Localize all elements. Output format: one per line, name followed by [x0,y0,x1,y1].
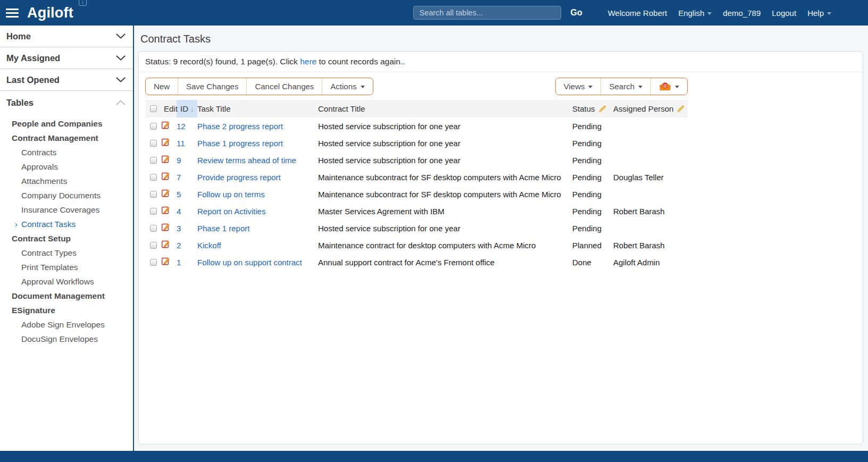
edit-record-icon[interactable] [161,257,170,266]
row-task-title-cell: Phase 2 progress report [197,117,318,135]
sidebar-item-contracts[interactable]: Contracts [0,145,133,159]
record-id-link[interactable]: 11 [177,139,185,148]
record-id-link[interactable]: 4 [177,207,181,216]
sidebar-item-contract-management[interactable]: Contract Management [0,131,133,145]
record-id-link[interactable]: 9 [177,156,181,165]
task-title-link[interactable]: Kickoff [197,241,221,250]
row-checkbox[interactable] [150,259,157,266]
svg-text:@: @ [663,83,667,88]
col-header-assigned-person[interactable]: Assigned Person [613,100,688,117]
count-again-link[interactable]: here [300,57,316,66]
row-checkbox-cell [145,117,161,135]
row-checkbox-cell [145,203,161,220]
task-title-link[interactable]: Phase 1 progress report [197,139,283,148]
record-id-link[interactable]: 2 [177,241,181,250]
row-edit-cell [161,117,177,135]
sidebar-item-company-documents[interactable]: Company Documents [0,188,133,203]
go-button[interactable]: Go [570,8,582,18]
sidebar-item-insurance-coverages[interactable]: Insurance Coverages [0,203,133,217]
row-checkbox[interactable] [150,174,157,181]
record-id-link[interactable]: 5 [177,190,181,199]
caret-down-icon [361,86,365,88]
col-header-id[interactable]: ID↓ [177,100,197,117]
search-input[interactable] [413,6,561,20]
col-header-status[interactable]: Status [572,100,613,117]
views-menu-button[interactable]: Views [556,78,601,95]
row-checkbox[interactable] [150,225,157,232]
sidebar-item-esignature[interactable]: ESignature [0,303,133,317]
sidebar-section-home[interactable]: Home [0,26,133,47]
row-task-title-cell: Review terms ahead of time [197,152,318,169]
table-row: 3Phase 1 reportHosted service subscripti… [145,220,688,237]
sidebar-item-adobe-sign-envelopes[interactable]: Adobe Sign Envelopes [0,317,133,332]
row-checkbox[interactable] [150,208,157,215]
chevron-down-icon [116,33,126,39]
row-contract-title-cell: Maintenance subcontract for SF desktop c… [318,169,572,186]
task-title-link[interactable]: Phase 2 progress report [197,122,283,131]
select-all-checkbox[interactable] [150,105,157,112]
task-title-link[interactable]: Provide progress report [197,173,281,182]
edit-record-icon[interactable] [161,121,170,130]
help-menu[interactable]: Help [807,9,831,18]
edit-record-icon[interactable] [161,223,170,232]
save-changes-button[interactable]: Save Changes [178,78,246,95]
edit-record-icon[interactable] [161,240,170,249]
task-title-link[interactable]: Phase 1 report [197,224,249,233]
actions-menu-button[interactable]: Actions [322,78,372,95]
edit-record-icon[interactable] [161,172,170,181]
edit-column-pencil-icon[interactable] [598,105,607,113]
hamburger-menu-icon[interactable] [6,9,19,18]
row-checkbox[interactable] [150,157,157,164]
sidebar-section-my-assigned[interactable]: My Assigned [0,47,133,69]
col-header-task-title[interactable]: Task Title [197,100,318,117]
sidebar-item-people-and-companies[interactable]: People and Companies [0,116,133,131]
record-id-link[interactable]: 12 [177,122,186,131]
row-checkbox[interactable] [150,191,157,198]
row-contract-title-cell: Hosted service subscription for one year [318,135,572,152]
sidebar-item-attachments[interactable]: Attachments [0,174,133,188]
task-title-link[interactable]: Follow up on terms [197,190,265,199]
row-edit-cell [161,152,177,169]
row-status-cell: Pending [572,186,613,203]
record-id-link[interactable]: 7 [177,173,181,182]
edit-record-icon[interactable] [161,138,170,147]
sidebar-item-docusign-envelopes[interactable]: DocuSign Envelopes [0,332,133,346]
row-edit-cell [161,203,177,220]
table-row: 5Follow up on termsMaintenance subcontra… [145,186,688,203]
row-assigned-person-cell: Douglas Teller [613,169,688,186]
email-icon: @ [659,82,671,91]
sidebar-item-approval-workflows[interactable]: Approval Workflows [0,274,133,289]
logout-link[interactable]: Logout [772,9,796,18]
sidebar-item-document-management[interactable]: Document Management [0,289,133,303]
sidebar-item-contract-types[interactable]: Contract Types [0,246,133,260]
row-checkbox[interactable] [150,242,157,249]
table-row: 11Phase 1 progress reportHosted service … [145,135,688,152]
col-header-contract-title[interactable]: Contract Title [318,100,572,117]
cancel-changes-button[interactable]: Cancel Changes [246,78,322,95]
task-title-link[interactable]: Review terms ahead of time [197,156,296,165]
table-row: 1Follow up on support contractAnnual sup… [145,254,688,271]
record-id-link[interactable]: 1 [177,258,181,267]
row-checkbox[interactable] [150,123,157,130]
sidebar-item-approvals[interactable]: Approvals [0,159,133,174]
edit-record-icon[interactable] [161,155,170,164]
record-id-link[interactable]: 3 [177,224,181,233]
email-menu-button[interactable]: @ [650,78,687,95]
language-menu[interactable]: English [678,9,712,18]
sidebar-item-contract-tasks[interactable]: ›Contract Tasks [0,217,133,231]
col-header-edit[interactable]: Edit [161,100,177,117]
sidebar-item-print-templates[interactable]: Print Templates [0,260,133,274]
row-checkbox[interactable] [150,140,157,147]
sidebar-item-contract-setup[interactable]: Contract Setup [0,231,133,246]
task-title-link[interactable]: Report on Activities [197,207,265,216]
sidebar-section-tables[interactable]: Tables [0,91,133,114]
search-menu-button[interactable]: Search [600,78,650,95]
new-button[interactable]: New [146,78,178,95]
sidebar-item-label: Contracts [21,148,56,157]
task-title-link[interactable]: Follow up on support contract [197,258,302,267]
edit-record-icon[interactable] [161,206,170,215]
row-assigned-person-cell [613,152,688,169]
edit-column-pencil-icon[interactable] [677,105,685,113]
edit-record-icon[interactable] [161,189,170,198]
sidebar-section-last-opened[interactable]: Last Opened [0,69,133,91]
